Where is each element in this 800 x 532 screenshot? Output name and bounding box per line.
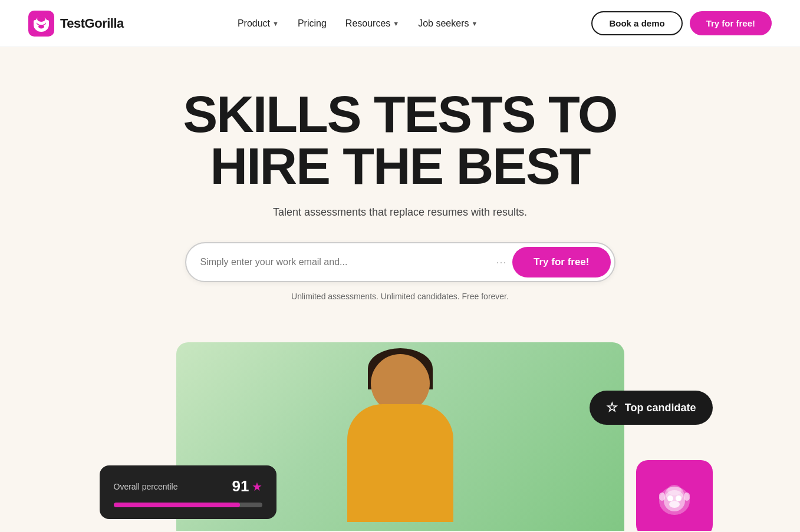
navbar: TestGorilla Product ▼ Pricing Resources … (0, 0, 800, 47)
person-figure (318, 354, 483, 531)
top-candidate-label: Top candidate (625, 402, 696, 414)
logo-badge-icon (651, 475, 698, 522)
svg-rect-16 (659, 493, 665, 501)
nav-links: Product ▼ Pricing Resources ▼ Job seeker… (231, 14, 485, 34)
book-demo-button[interactable]: Book a demo (591, 11, 682, 35)
nav-resources[interactable]: Resources ▼ (338, 14, 406, 34)
try-free-nav-button[interactable]: Try for free! (690, 11, 772, 35)
hero-section: SKILLS TESTS TO HIRE THE BEST Talent ass… (0, 47, 800, 531)
dots-icon: ⋯ (496, 256, 508, 269)
progress-fill (114, 503, 240, 507)
svg-point-19 (667, 485, 682, 495)
email-form: ⋯ Try for free! (185, 242, 615, 282)
star-outline-icon: ☆ (606, 400, 618, 415)
nav-actions: Book a demo Try for free! (591, 11, 772, 35)
nav-product[interactable]: Product ▼ (231, 14, 286, 34)
svg-point-10 (37, 16, 45, 22)
chevron-down-icon: ▼ (471, 20, 478, 27)
chevron-down-icon: ▼ (393, 20, 399, 27)
logo-link[interactable]: TestGorilla (28, 11, 124, 37)
percentile-label: Overall percentile (114, 482, 178, 491)
logo-badge (636, 460, 713, 531)
try-free-email-button[interactable]: Try for free! (512, 247, 610, 277)
top-candidate-card: ☆ Top candidate (590, 391, 713, 425)
nav-pricing[interactable]: Pricing (291, 14, 334, 34)
nav-job-seekers[interactable]: Job seekers ▼ (411, 14, 485, 34)
percentile-card: Overall percentile 91 ★ (100, 465, 276, 519)
hero-headline: SKILLS TESTS TO HIRE THE BEST (170, 88, 630, 192)
percentile-value: 91 (232, 477, 249, 495)
svg-point-15 (669, 501, 680, 508)
svg-rect-17 (684, 493, 690, 501)
hero-tagline: Unlimited assessments. Unlimited candida… (28, 292, 772, 301)
email-input[interactable] (200, 251, 496, 273)
svg-point-6 (38, 24, 44, 28)
star-icon: ★ (252, 480, 262, 494)
logo-icon (28, 11, 54, 37)
hero-image-area: Overall percentile 91 ★ ☆ Top candidate (135, 331, 666, 531)
progress-track (114, 503, 262, 507)
logo-text: TestGorilla (60, 16, 124, 31)
person-body (347, 404, 453, 522)
chevron-down-icon: ▼ (272, 20, 279, 27)
hero-subheadline: Talent assessments that replace resumes … (28, 206, 772, 219)
